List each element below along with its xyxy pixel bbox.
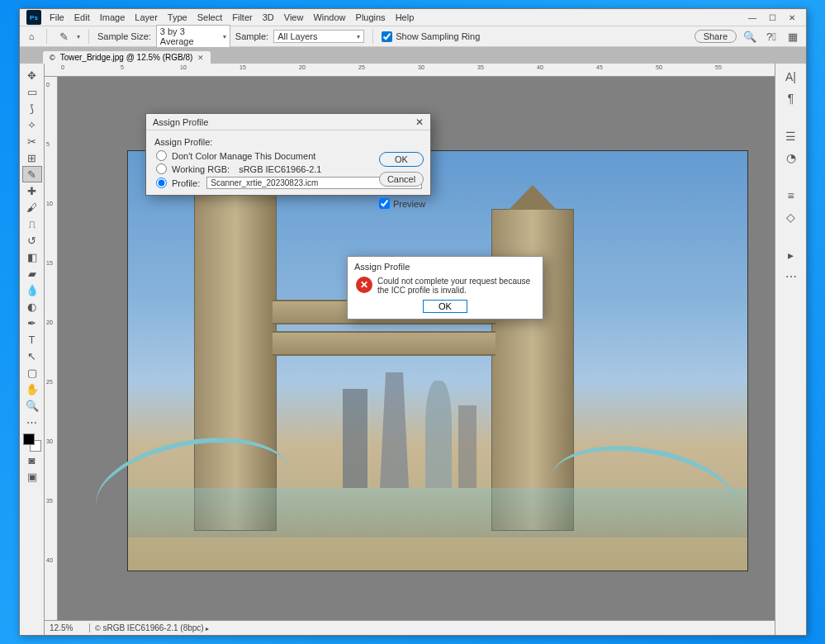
crop-tool[interactable]: ✂ xyxy=(22,133,42,149)
section-label: Assign Profile: xyxy=(154,137,422,147)
menu-plugins[interactable]: Plugins xyxy=(351,12,391,22)
actions-panel-icon[interactable]: ▸ xyxy=(782,247,800,263)
home-icon[interactable]: ⌂ xyxy=(25,30,38,43)
gradient-tool[interactable]: ▰ xyxy=(22,265,42,282)
sample-size-select[interactable]: 3 by 3 Average▾ xyxy=(156,25,230,48)
character-panel-icon[interactable]: A| xyxy=(782,69,800,85)
window-minimize[interactable]: — xyxy=(747,12,758,23)
edit-toolbar[interactable]: ⋯ xyxy=(22,414,42,430)
show-sampling-ring-checkbox[interactable]: Show Sampling Ring xyxy=(382,31,480,42)
window-close[interactable]: ✕ xyxy=(786,12,798,23)
eyedropper-tool[interactable]: ✎ xyxy=(22,166,42,182)
menu-help[interactable]: Help xyxy=(391,12,420,22)
more-panel-icon[interactable]: ⋯ xyxy=(782,268,800,285)
menu-image[interactable]: Image xyxy=(95,12,130,22)
ruler-vertical[interactable]: 0510152025303540 xyxy=(45,77,58,620)
foreground-color[interactable] xyxy=(23,433,35,445)
heal-tool[interactable]: ✚ xyxy=(22,182,42,199)
quick-mask[interactable]: ◙ xyxy=(22,452,42,468)
workspace-icon[interactable]: ▦ xyxy=(785,29,801,44)
stamp-tool[interactable]: ⎍ xyxy=(22,215,42,232)
hand-tool[interactable]: ✋ xyxy=(22,381,42,397)
document-image xyxy=(128,151,747,571)
assign-profile-dialog: Assign Profile ✕ Assign Profile: Don't C… xyxy=(145,113,431,196)
zoom-tool[interactable]: 🔍 xyxy=(22,397,42,414)
menu-view[interactable]: View xyxy=(279,12,309,22)
photoshop-window: Ps File Edit Image Layer Type Select Fil… xyxy=(19,8,807,636)
frame-tool[interactable]: ⊞ xyxy=(22,149,42,166)
type-tool[interactable]: T xyxy=(22,331,42,348)
document-tab-bar: © Tower_Bridge.jpg @ 12.5% (RGB/8) ✕ xyxy=(20,47,806,64)
dialog-titlebar[interactable]: Assign Profile ✕ xyxy=(146,114,430,130)
pen-tool[interactable]: ✒ xyxy=(22,315,42,331)
tools-panel: ✥ ▭ ⟆ ✧ ✂ ⊞ ✎ ✚ 🖌 ⎍ ↺ ◧ ▰ 💧 ◐ ✒ T ↖ ▢ ✋ … xyxy=(20,64,45,635)
error-dialog: Assign Profile ✕ Could not complete your… xyxy=(347,256,543,320)
error-message: Could not complete your request because … xyxy=(377,277,534,295)
document-tab[interactable]: © Tower_Bridge.jpg @ 12.5% (RGB/8) ✕ xyxy=(43,51,211,64)
help-icon[interactable]: ?⃝ xyxy=(763,29,780,44)
glyphs-panel-icon[interactable]: ☰ xyxy=(782,128,800,144)
ok-button[interactable]: OK xyxy=(423,300,467,313)
eyedropper-tool-icon[interactable]: ✎ xyxy=(55,29,72,44)
sample-select[interactable]: All Layers▾ xyxy=(273,30,364,43)
screen-mode[interactable]: ▣ xyxy=(22,468,42,485)
menu-filter[interactable]: Filter xyxy=(227,12,257,22)
preview-checkbox[interactable]: Preview xyxy=(379,198,424,209)
close-icon[interactable]: ✕ xyxy=(197,54,204,62)
ruler-horizontal[interactable]: 051015202530354045505560 xyxy=(45,64,775,77)
wand-tool[interactable]: ✧ xyxy=(22,116,42,133)
sample-size-label: Sample Size: xyxy=(97,31,151,41)
sample-label: Sample: xyxy=(235,31,268,41)
app-logo: Ps xyxy=(26,10,41,25)
libraries-panel-icon[interactable]: ◇ xyxy=(782,209,800,225)
menu-layer[interactable]: Layer xyxy=(130,12,163,22)
path-tool[interactable]: ↖ xyxy=(22,348,42,364)
menu-edit[interactable]: Edit xyxy=(69,12,95,22)
eraser-tool[interactable]: ◧ xyxy=(22,249,42,265)
color-swatches[interactable] xyxy=(23,433,41,452)
zoom-level[interactable]: 12.5% xyxy=(45,623,90,632)
status-bar: 12.5% © sRGB IEC61966-2.1 (8bpc) ▸ xyxy=(45,620,775,635)
cancel-button[interactable]: Cancel xyxy=(379,172,424,187)
menu-window[interactable]: Window xyxy=(308,12,350,22)
ok-button[interactable]: OK xyxy=(379,152,424,167)
menu-select[interactable]: Select xyxy=(192,12,228,22)
search-icon[interactable]: 🔍 xyxy=(742,29,758,44)
blur-tool[interactable]: 💧 xyxy=(22,282,42,298)
share-button[interactable]: Share xyxy=(695,30,737,43)
options-bar: ⌂ ✎ ▾ Sample Size: 3 by 3 Average▾ Sampl… xyxy=(20,26,806,47)
menu-3d[interactable]: 3D xyxy=(258,12,279,22)
move-tool[interactable]: ✥ xyxy=(22,67,42,83)
dialog-titlebar[interactable]: Assign Profile xyxy=(348,257,543,273)
color-panel-icon[interactable]: ◔ xyxy=(782,149,800,166)
paragraph-panel-icon[interactable]: ¶ xyxy=(782,90,800,107)
document-info[interactable]: © sRGB IEC61966-2.1 (8bpc) ▸ xyxy=(90,623,209,632)
menu-bar: Ps File Edit Image Layer Type Select Fil… xyxy=(20,9,806,26)
shape-tool[interactable]: ▢ xyxy=(22,364,42,381)
lasso-tool[interactable]: ⟆ xyxy=(22,100,42,116)
menu-file[interactable]: File xyxy=(45,12,69,22)
dodge-tool[interactable]: ◐ xyxy=(22,298,42,315)
swatches-panel-icon[interactable]: ≡ xyxy=(782,187,800,204)
window-maximize[interactable]: ☐ xyxy=(766,12,778,23)
close-icon[interactable]: ✕ xyxy=(415,116,424,128)
marquee-tool[interactable]: ▭ xyxy=(22,83,42,100)
brush-tool[interactable]: 🖌 xyxy=(22,199,42,215)
menu-type[interactable]: Type xyxy=(163,12,192,22)
panels-collapsed: A| ¶ ☰ ◔ ≡ ◇ ▸ ⋯ xyxy=(775,64,806,635)
history-brush-tool[interactable]: ↺ xyxy=(22,232,42,249)
error-icon: ✕ xyxy=(356,277,372,293)
